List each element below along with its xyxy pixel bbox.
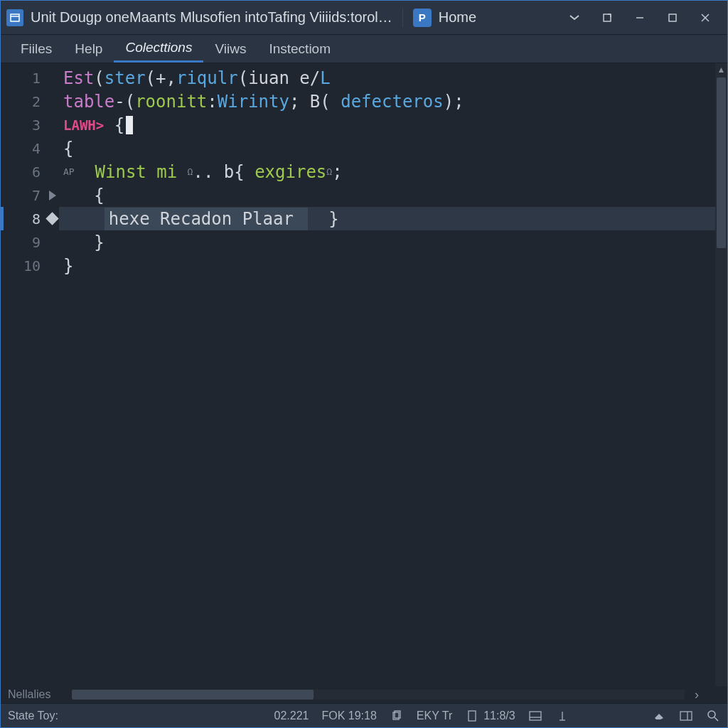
secondary-app-icon: P <box>413 9 432 27</box>
status-copy-icon[interactable] <box>390 709 404 723</box>
status-layout-icon[interactable] <box>679 709 693 723</box>
selected-text[interactable]: hexe Recadon Plaar <box>105 208 309 230</box>
scroll-up-icon[interactable]: ▲ <box>717 65 726 74</box>
titlebar: Unit Dougp oneMaants Mlusofien intoTafin… <box>1 1 727 35</box>
vertical-scrollbar-thumb[interactable] <box>717 77 726 248</box>
status-position[interactable]: 02.221 <box>274 710 309 722</box>
menu-files[interactable]: Fiiles <box>9 35 63 63</box>
code-line[interactable]: LAWH> { <box>59 113 727 136</box>
chevron-down-icon[interactable] <box>558 5 591 31</box>
vertical-scrollbar[interactable]: ▲ <box>715 63 727 686</box>
gutter-line[interactable]: 7 <box>1 183 59 207</box>
status-doc-icon[interactable]: 11:8/3 <box>465 709 515 723</box>
code-line[interactable]: AP Winst mi Ω.. b{ exgiresΩ; <box>59 160 727 183</box>
gutter-line[interactable]: 3 <box>1 113 59 136</box>
menu-inspection[interactable]: Instectiom <box>257 35 342 63</box>
code-line[interactable]: table-(roonitt:Wirinty; B( defecteros); <box>59 90 727 113</box>
status-encoding[interactable]: EKY Tr <box>417 710 452 722</box>
gutter-line[interactable]: 1 <box>1 66 59 90</box>
menu-help[interactable]: Help <box>63 35 114 63</box>
svg-rect-11 <box>469 711 476 721</box>
cursor <box>126 116 133 134</box>
gutter-line[interactable]: 2 <box>1 90 59 113</box>
gutter-line[interactable]: 6 <box>1 160 59 183</box>
app-icon <box>6 9 23 26</box>
horizontal-scrollbar-thumb[interactable] <box>72 690 314 700</box>
gutter-line[interactable]: 4 <box>1 136 59 160</box>
secondary-tab[interactable]: P Home <box>402 9 476 27</box>
editor-area: 1 2 3 4 6 7 8 9 10 Est(ster(+,riqulr(iua… <box>1 63 727 686</box>
home-label: Home <box>439 9 476 26</box>
code-line[interactable]: { <box>59 183 727 207</box>
menu-views[interactable]: Viiws <box>203 35 257 63</box>
status-fok[interactable]: FOK 19:18 <box>321 710 376 722</box>
code-line[interactable]: } <box>59 254 727 277</box>
status-left-label: State Toy: <box>8 710 58 722</box>
code-line[interactable]: } <box>59 230 727 254</box>
svg-rect-2 <box>604 14 611 21</box>
code-line[interactable]: hexe Recadon Plaar } <box>59 207 727 230</box>
maximize-button[interactable] <box>656 5 689 31</box>
status-linecol: 11:8/3 <box>483 710 515 722</box>
menu-collections[interactable]: Colecttions <box>114 35 203 63</box>
statusbar: State Toy: 02.221 FOK 19:18 EKY Tr 11:8/… <box>1 703 727 727</box>
fold-marker-icon[interactable] <box>49 191 56 200</box>
app-window: Unit Dougp oneMaants Mlusofien intoTafin… <box>0 0 728 728</box>
open-external-icon[interactable] <box>591 5 623 31</box>
status-panel-icon[interactable] <box>528 709 542 723</box>
code-line[interactable]: Est(ster(+,riqulr(iuan e/L <box>59 66 727 90</box>
svg-rect-12 <box>530 712 541 720</box>
gutter-line[interactable]: 9 <box>1 230 59 254</box>
breakpoint-icon[interactable] <box>46 212 58 225</box>
svg-rect-16 <box>680 712 692 720</box>
code-line[interactable]: { <box>59 136 727 160</box>
code-area[interactable]: Est(ster(+,riqulr(iuan e/L table-(roonit… <box>59 63 727 686</box>
hscroll-row: Nellalies › <box>1 686 727 703</box>
close-button[interactable] <box>689 5 722 31</box>
status-search-icon[interactable] <box>706 709 720 723</box>
window-title: Unit Dougp oneMaants Mlusofien intoTafin… <box>31 9 392 26</box>
scroll-right-icon[interactable]: › <box>695 687 699 702</box>
svg-rect-6 <box>669 14 676 21</box>
hscroll-label: Nellalies <box>1 688 50 701</box>
gutter-line[interactable]: 8 <box>1 207 59 230</box>
minimize-button[interactable] <box>623 5 656 31</box>
horizontal-scrollbar[interactable] <box>72 690 685 700</box>
gutter: 1 2 3 4 6 7 8 9 10 <box>1 63 59 686</box>
gutter-line[interactable]: 10 <box>1 254 59 277</box>
svg-rect-0 <box>11 14 19 21</box>
status-indent-icon[interactable] <box>555 709 569 723</box>
svg-line-19 <box>714 717 718 721</box>
menubar: Fiiles Help Colecttions Viiws Instectiom <box>1 35 727 63</box>
status-eraser-icon[interactable] <box>652 709 666 723</box>
svg-point-18 <box>708 711 715 718</box>
